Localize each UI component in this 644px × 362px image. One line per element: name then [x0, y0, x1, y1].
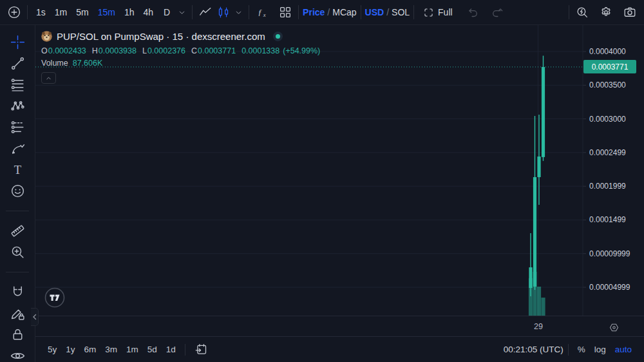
- settings-gear-icon: [599, 5, 613, 19]
- fullscreen-icon: [422, 6, 435, 19]
- chart-title[interactable]: PUP/SOL on PumpSwap · 15 · dexscreener.c…: [57, 31, 265, 42]
- range-button-1d[interactable]: 1d: [162, 341, 180, 358]
- redo-button[interactable]: [488, 3, 506, 21]
- text-tool-icon: T: [10, 162, 26, 178]
- tool-hide-all-drawings[interactable]: [6, 345, 29, 362]
- sol-toggle-option[interactable]: SOL: [392, 7, 410, 17]
- plus-circle-button[interactable]: [5, 3, 23, 21]
- candles-style-icon: [216, 5, 231, 19]
- toolbar-divider: [192, 5, 193, 19]
- sidebar-divider: [6, 272, 29, 272]
- toolbar-divider: [249, 5, 249, 19]
- high-value: 0.0003938: [99, 46, 137, 55]
- price-scale-settings-button[interactable]: [608, 321, 620, 334]
- interval-button-1h[interactable]: 1h: [120, 3, 139, 21]
- interval-button-4h[interactable]: 4h: [139, 3, 158, 21]
- crosshair-icon: [10, 34, 26, 50]
- snapshot-button[interactable]: [621, 3, 639, 21]
- interval-button-D[interactable]: D: [158, 3, 176, 21]
- time-axis[interactable]: 29: [35, 316, 644, 336]
- log-scale-button[interactable]: log: [590, 341, 611, 358]
- fib-retracement-icon: [10, 77, 26, 93]
- clock-timezone[interactable]: 00:21:05 (UTC): [504, 345, 564, 354]
- open-label: O: [41, 46, 48, 55]
- tool-trend-line[interactable]: [6, 53, 29, 74]
- change-percent: (+54.99%): [283, 46, 320, 55]
- intervals-dropdown-button[interactable]: [176, 3, 188, 21]
- usd-toggle-option[interactable]: USD: [365, 7, 384, 17]
- plus-circle-icon: [7, 5, 21, 19]
- toolbar-divider: [413, 5, 414, 19]
- fullscreen-label: Full: [438, 7, 453, 17]
- fullscreen-button[interactable]: Full: [418, 3, 457, 21]
- layout-button[interactable]: [276, 3, 294, 21]
- range-button-1m[interactable]: 1m: [122, 341, 143, 358]
- tool-brush[interactable]: [6, 138, 29, 159]
- interval-button-15m[interactable]: 15m: [93, 3, 120, 21]
- projection-icon: [10, 119, 26, 135]
- tool-magnet[interactable]: [6, 281, 29, 303]
- sidebar-collapse-handle[interactable]: [31, 308, 39, 326]
- magnet-icon: [10, 284, 26, 300]
- token-avatar: [41, 31, 52, 42]
- tool-ruler[interactable]: [6, 220, 29, 242]
- tool-text-tool[interactable]: T: [6, 159, 29, 180]
- emoji-icon: [10, 183, 26, 199]
- range-button-5y[interactable]: 5y: [43, 341, 61, 358]
- zoom-in-icon: [10, 244, 26, 260]
- drawing-toolbar: T: [0, 25, 35, 362]
- legend-collapse-button[interactable]: [41, 72, 56, 84]
- tool-drawing-mode-lock[interactable]: [6, 303, 29, 324]
- interval-button-1m[interactable]: 1m: [50, 3, 71, 21]
- quick-search-button[interactable]: [573, 3, 591, 21]
- time-tick-label: 29: [534, 322, 543, 331]
- hide-all-drawings-icon: [10, 348, 26, 362]
- intervals-chevron-icon: [176, 7, 187, 18]
- layout-grid-icon: [278, 5, 292, 19]
- toolbar-divider: [569, 5, 569, 19]
- tool-lock-all-drawings[interactable]: [6, 324, 29, 345]
- low-label: L: [142, 46, 147, 55]
- tool-fib-retracement[interactable]: [6, 74, 29, 95]
- toggle-separator: /: [325, 7, 332, 17]
- brush-icon: [10, 140, 26, 157]
- undo-button[interactable]: [464, 3, 482, 21]
- mcap-toggle-option[interactable]: MCap: [332, 7, 356, 17]
- tool-projection[interactable]: [6, 117, 29, 138]
- range-button-6m[interactable]: 6m: [80, 341, 101, 358]
- status-dot: [273, 32, 283, 41]
- sidebar-collapse-icon: [32, 314, 37, 320]
- indicators-button[interactable]: ƒx: [253, 3, 271, 21]
- style-dropdown-button[interactable]: [232, 3, 245, 21]
- range-button-5d[interactable]: 5d: [143, 341, 162, 358]
- legend-collapse-icon: [44, 74, 53, 82]
- price-mcap-toggle[interactable]: Price / MCap: [303, 7, 357, 17]
- indicators-fx-icon: ƒx: [255, 5, 269, 19]
- svg-text:ƒ: ƒ: [258, 8, 262, 17]
- interval-button-1s[interactable]: 1s: [32, 3, 50, 21]
- price-toggle-option[interactable]: Price: [303, 7, 325, 17]
- ruler-icon: [10, 223, 26, 239]
- percent-scale-button[interactable]: %: [573, 341, 590, 358]
- bottom-toolbar: 5y1y6m3m1m5d1d 00:21:05 (UTC) % log auto: [35, 336, 644, 362]
- candles-style-button[interactable]: [214, 3, 232, 21]
- tool-xabcd-pattern[interactable]: [6, 95, 29, 117]
- usd-sol-toggle[interactable]: USD / SOL: [365, 7, 410, 17]
- camera-snapshot-icon: [623, 5, 637, 19]
- interval-buttons: 1s1m5m15m1h4hD: [32, 3, 176, 21]
- tool-emoji[interactable]: [6, 180, 29, 202]
- range-button-1y[interactable]: 1y: [61, 341, 79, 358]
- line-style-button[interactable]: [196, 3, 214, 21]
- change-value: 0.0001338: [242, 46, 279, 55]
- undo-icon: [466, 5, 480, 19]
- settings-button[interactable]: [597, 3, 615, 21]
- volume-label: Volume: [41, 59, 68, 68]
- range-button-3m[interactable]: 3m: [100, 341, 122, 358]
- volume-row: Volume 87.606K: [41, 59, 320, 68]
- tradingview-logo[interactable]: [44, 287, 66, 309]
- tool-crosshair[interactable]: [6, 32, 29, 53]
- auto-scale-button[interactable]: auto: [611, 341, 636, 358]
- interval-button-5m[interactable]: 5m: [71, 3, 93, 21]
- go-to-date-button[interactable]: [190, 341, 213, 358]
- tool-zoom-in[interactable]: [6, 242, 29, 263]
